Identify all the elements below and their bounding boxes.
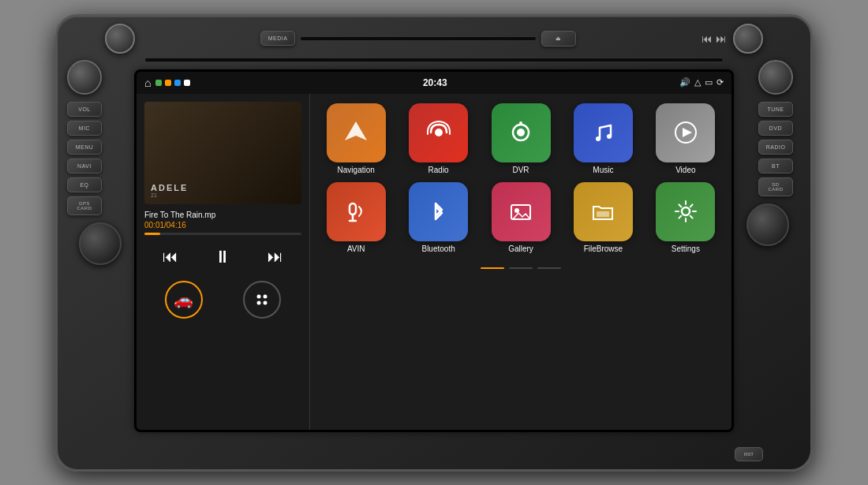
status-bar: ⌂ 20:43 🔊 △ ▭ ⟳ [137, 72, 731, 94]
status-time: 20:43 [423, 77, 447, 88]
indicator-3 [174, 80, 181, 86]
screen-content: ADELE 21 Fire To The Rain.mp 00:01/04:16… [137, 94, 731, 430]
svg-point-16 [514, 208, 519, 213]
album-art: ADELE 21 [144, 102, 301, 204]
filebrowser-label: FileBrowse [584, 244, 623, 253]
svg-point-1 [264, 294, 268, 298]
app-avin[interactable]: AVIN [318, 182, 394, 253]
svg-marker-11 [683, 128, 692, 137]
avin-icon [327, 182, 386, 241]
triangle-icon: △ [694, 77, 701, 88]
album-art-inner: ADELE 21 [144, 102, 301, 204]
video-label: Video [675, 166, 695, 174]
skip-prev-button[interactable]: ⏮ [702, 32, 713, 45]
navigation-label: Navigation [338, 166, 375, 174]
prev-button[interactable]: ⏮ [159, 244, 182, 270]
navigation-icon [327, 103, 386, 162]
indicator-4 [184, 80, 190, 86]
car-icon[interactable]: 🚗 [165, 281, 203, 319]
head-unit: MEDIA ⏏ ⏮ ⏭ VOL MIC MENU NAVI EQ GPSCARD… [55, 14, 813, 472]
indicator-2 [165, 80, 171, 86]
music-panel: ADELE 21 Fire To The Rain.mp 00:01/04:16… [137, 94, 310, 430]
radio-button[interactable]: RADIO [758, 140, 793, 155]
dvd-button[interactable]: DVD [758, 121, 793, 136]
top-center-controls: MEDIA ⏏ [260, 31, 576, 47]
vol-button[interactable]: VOL [67, 102, 102, 117]
apps-panel: Navigation Radio [310, 94, 731, 430]
gallery-label: Gallery [508, 244, 533, 253]
eject-button[interactable]: ⏏ [541, 31, 576, 47]
app-video[interactable]: Video [648, 103, 724, 174]
music-icon [574, 103, 633, 162]
main-screen: ⌂ 20:43 🔊 △ ▭ ⟳ [134, 69, 734, 432]
left-side-buttons: VOL MIC MENU NAVI EQ GPSCARD [67, 60, 110, 265]
top-right-controls: ⏮ ⏭ [702, 24, 763, 54]
indicator-1 [155, 80, 162, 86]
avin-label: AVIN [347, 244, 365, 253]
svg-rect-12 [350, 203, 356, 215]
progress-bar[interactable] [144, 233, 301, 235]
rst-button[interactable]: RST [735, 447, 763, 461]
progress-fill [144, 233, 160, 235]
app-gallery[interactable]: Gallery [483, 182, 559, 253]
app-radio[interactable]: Radio [400, 103, 476, 174]
app-dvr[interactable]: DVR [483, 103, 559, 174]
status-right-icons: 🔊 △ ▭ ⟳ [679, 77, 724, 88]
page-dot-1 [481, 267, 504, 269]
left-knob[interactable] [105, 24, 135, 54]
bluetooth-icon [409, 182, 468, 241]
pause-button[interactable]: ⏸ [210, 243, 235, 271]
right-side-buttons: TUNE DVD RADIO BT SDCARD [758, 60, 801, 246]
mic-button[interactable]: MIC [67, 121, 102, 136]
music-label: Music [593, 166, 613, 174]
skip-controls: ⏮ ⏭ [702, 32, 727, 45]
svg-point-6 [517, 129, 525, 136]
page-indicator [318, 267, 724, 269]
player-controls: ⏮ ⏸ ⏭ [144, 243, 301, 271]
app-bluetooth[interactable]: Bluetooth [400, 182, 476, 253]
svg-point-3 [264, 300, 268, 304]
album-detail: 21 [151, 192, 157, 198]
svg-point-7 [519, 121, 522, 125]
right-circle-decoration [746, 203, 789, 246]
tune-button[interactable]: TUNE [758, 102, 793, 117]
menu-button[interactable]: MENU [67, 140, 102, 155]
right-side-knob[interactable] [758, 60, 793, 95]
svg-point-4 [435, 129, 443, 136]
video-icon [656, 103, 715, 162]
skip-next-button[interactable]: ⏭ [716, 32, 727, 45]
status-left: ⌂ [144, 76, 190, 89]
time-display: 00:01/04:16 [144, 221, 301, 229]
apps-row-2: AVIN Bluetooth [318, 182, 724, 253]
dvr-icon [492, 103, 551, 162]
media-button[interactable]: MEDIA [260, 31, 295, 46]
eq-button[interactable]: EQ [67, 177, 102, 192]
app-navigation[interactable]: Navigation [318, 103, 394, 174]
left-side-knob[interactable] [67, 60, 102, 95]
svg-point-2 [257, 300, 261, 304]
right-knob[interactable] [733, 24, 763, 54]
app-settings[interactable]: Settings [648, 182, 724, 253]
album-title-text: ADELE [151, 183, 188, 192]
cd-slot [144, 58, 724, 62]
page-dot-2 [509, 267, 533, 269]
dots-icon[interactable] [243, 281, 281, 319]
svg-rect-17 [597, 211, 609, 217]
app-music[interactable]: Music [565, 103, 641, 174]
song-title: Fire To The Rain.mp [144, 211, 301, 219]
svg-point-8 [596, 136, 600, 141]
gps-card-button-left[interactable]: GPSCARD [67, 196, 102, 215]
dvr-label: DVR [512, 166, 529, 174]
navi-button[interactable]: NAVI [67, 159, 102, 173]
svg-point-18 [682, 207, 690, 215]
filebrowser-icon [574, 182, 633, 241]
app-filebrowser[interactable]: FileBrowse [565, 182, 641, 253]
bt-button[interactable]: BT [758, 159, 793, 173]
settings-icon [656, 182, 715, 241]
apps-row-1: Navigation Radio [318, 103, 724, 174]
home-icon[interactable]: ⌂ [144, 76, 151, 89]
screen-icon: ▭ [705, 77, 713, 88]
android-back-icon[interactable]: ⟳ [716, 77, 724, 88]
sd-card-button[interactable]: SDCARD [758, 177, 793, 196]
next-button[interactable]: ⏭ [264, 244, 287, 270]
